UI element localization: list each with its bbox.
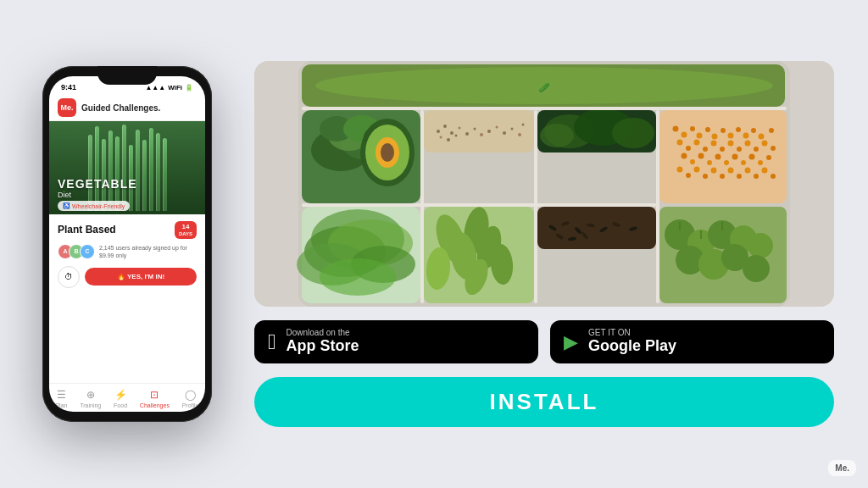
avatar-3: C [80,244,95,259]
svg-point-100 [762,140,768,146]
svg-rect-15 [424,110,534,152]
svg-point-109 [741,160,746,165]
svg-point-85 [736,127,741,132]
svg-point-79 [690,126,695,131]
google-play-sub: GET IT ON [588,329,676,337]
days-badge: 14 DAYS [175,221,197,239]
google-play-main: Google Play [588,337,676,356]
svg-point-122 [754,174,759,179]
phone-notch [97,66,157,85]
svg-point-43 [320,258,396,296]
profile-icon: ◯ [185,389,196,401]
svg-point-86 [743,132,749,138]
users-text: 2,145 users already signed up for$9.99 o… [99,244,187,259]
svg-point-110 [749,153,755,159]
food-svg: 🥒 [254,61,834,307]
svg-point-21 [474,127,476,130]
svg-point-16 [437,130,440,133]
svg-point-24 [447,138,450,141]
svg-point-36 [540,124,574,147]
food-icon: ⚡ [114,389,127,401]
svg-point-14 [381,143,394,162]
nav-food[interactable]: ⚡ Food [114,389,127,408]
svg-point-115 [694,166,700,172]
svg-point-91 [686,146,691,151]
timer-button[interactable]: ⏱ [58,266,80,288]
nav-challenges[interactable]: ⊡ Challenges [140,389,170,408]
svg-point-18 [450,131,453,135]
app-header: Me. Guided Challenges. [49,95,205,121]
appstore-main: App Store [287,337,359,356]
svg-point-22 [480,133,483,136]
phone-mockup: 9:41 ▲▲▲ WiFi 🔋 Me. Guided Challenges. [34,66,220,422]
svg-point-104 [698,152,704,158]
plan-title: Plant Based [58,224,116,236]
svg-point-102 [682,152,687,158]
svg-point-103 [690,159,695,164]
svg-point-119 [728,167,734,173]
svg-point-96 [728,140,734,146]
svg-point-28 [503,131,506,135]
app-title: Guided Challenges. [81,103,160,113]
svg-point-88 [759,133,765,139]
svg-point-98 [745,140,751,146]
nav-plan[interactable]: ☰ Plan [55,389,67,408]
svg-point-121 [745,167,751,173]
nav-training[interactable]: ⊕ Training [80,389,101,408]
svg-point-84 [728,132,734,138]
svg-point-97 [737,147,742,152]
svg-point-107 [724,160,729,165]
svg-rect-129 [302,107,787,110]
svg-point-106 [715,153,721,159]
svg-point-72 [743,255,770,282]
svg-point-99 [754,147,759,152]
bottom-nav: ☰ Plan ⊕ Training ⚡ Food ⊡ Challenges [49,383,205,412]
svg-point-19 [459,126,461,129]
svg-point-35 [612,118,654,148]
install-button[interactable]: INSTALL [254,377,834,427]
svg-point-71 [748,233,773,258]
plan-row: Plant Based 14 DAYS [58,221,197,239]
svg-point-26 [487,130,491,133]
svg-point-92 [694,139,700,145]
status-icons: ▲▲▲ WiFi 🔋 [145,84,193,92]
card-subtitle: Diet [58,191,137,199]
card-body: Plant Based 14 DAYS A B C 2,145 users al… [49,214,205,383]
svg-point-118 [720,174,725,179]
training-icon: ⊕ [86,389,95,401]
appstore-button[interactable]:  Download on the App Store [254,320,538,364]
svg-point-113 [677,166,683,172]
svg-point-87 [751,128,756,133]
svg-point-27 [496,125,498,128]
svg-point-124 [771,174,776,179]
svg-point-30 [518,133,521,136]
svg-point-95 [720,147,725,152]
nav-profile[interactable]: ◯ Profile [182,389,199,408]
apple-icon:  [268,329,276,355]
card-image: VEGETABLE Diet ♿ Wheelchair-Friendly [49,121,205,214]
avatar-group: A B C [58,244,95,259]
app-logo: Me. [58,98,76,117]
svg-point-80 [697,132,703,138]
svg-point-77 [673,125,679,131]
svg-point-25 [455,134,458,136]
svg-point-31 [522,123,525,125]
yes-im-in-button[interactable]: 🔥 YES, I'M IN! [85,268,197,286]
watermark: Me. [828,460,856,476]
svg-point-23 [440,136,442,138]
svg-point-120 [737,174,742,179]
google-play-text: GET IT ON Google Play [588,329,676,356]
svg-text:🥒: 🥒 [538,81,550,93]
cta-row[interactable]: ⏱ 🔥 YES, I'M IN! [58,266,197,288]
google-play-button[interactable]: ▶ GET IT ON Google Play [550,320,834,364]
svg-point-94 [711,140,717,146]
svg-point-81 [705,127,710,132]
svg-point-114 [686,173,691,178]
svg-point-111 [758,160,763,165]
svg-point-83 [721,128,726,133]
users-row: A B C 2,145 users already signed up for$… [58,244,197,259]
svg-point-89 [769,128,774,133]
svg-point-116 [703,174,708,179]
plan-icon: ☰ [57,389,66,401]
wheelchair-badge: ♿ Wheelchair-Friendly [58,201,130,211]
